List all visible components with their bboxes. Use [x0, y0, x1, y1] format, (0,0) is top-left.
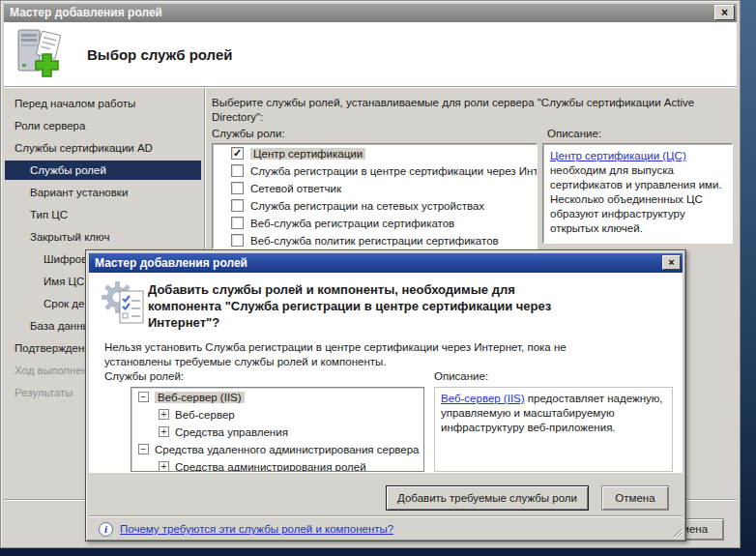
why-required-link[interactable]: Почему требуются эти службы ролей и комп… [120, 523, 393, 535]
dialog-footer-divider [89, 515, 683, 517]
tree-row[interactable]: + Веб-сервер [131, 406, 423, 423]
tree-label: Веб-сервер (IIS) [155, 392, 245, 403]
sidebar-item-ca-type[interactable]: Тип ЦС [1, 205, 201, 224]
role-services-list[interactable]: ✓ Центр сертификации Служба регистрации … [212, 143, 538, 249]
checkbox-checked-icon[interactable]: ✓ [231, 147, 244, 160]
add-required-role-services-button[interactable]: Добавить требуемые службы роли [386, 485, 589, 511]
sidebar-item-setup-type[interactable]: Вариант установки [1, 183, 201, 202]
dialog-heading: Добавить службы ролей и компоненты, необ… [148, 281, 568, 331]
tree-label: Средства удаленного администрирования се… [155, 444, 419, 455]
tree-label: Средства управления [175, 426, 288, 438]
resize-grip[interactable] [670, 525, 683, 538]
dialog-description-label: Описание: [434, 370, 488, 382]
role-service-row[interactable]: Веб-служба политик регистрации сертифика… [213, 232, 537, 249]
tree-row[interactable]: − Веб-сервер (IIS) [131, 389, 423, 405]
sidebar-item-private-key[interactable]: Закрытый ключ [1, 227, 201, 247]
sidebar-item-ad-cert-services[interactable]: Службы сертификации AD [1, 138, 201, 158]
role-service-label: Веб-служба регистрации сертификатов [250, 218, 454, 229]
role-service-row[interactable]: Служба регистрации на сетевых устройства… [213, 197, 537, 214]
page-title: Выбор служб ролей [87, 46, 233, 63]
tree-label: Средства администрирования ролей [175, 461, 366, 473]
description-text: необходим для выпуска сертификатов и упр… [550, 164, 722, 234]
checkbox-icon[interactable] [231, 182, 244, 194]
window-titlebar[interactable]: Мастер добавления ролей × [4, 4, 737, 22]
role-service-row[interactable]: Служба регистрации в центре сертификации… [213, 162, 537, 179]
required-role-services-dialog: Мастер добавления ролей × [85, 249, 686, 541]
tree-row[interactable]: − Средства удаленного администрирования … [131, 441, 423, 457]
expand-icon[interactable]: + [159, 461, 169, 472]
dialog-cancel-button[interactable]: Отмена [601, 485, 669, 511]
checkbox-icon[interactable] [231, 164, 244, 177]
dialog-titlebar[interactable]: Мастер добавления ролей × [89, 253, 683, 273]
tree-row[interactable]: + Средства управления [131, 424, 423, 440]
dialog-description-panel: Веб-сервер (IIS) предоставляет надежную,… [434, 387, 673, 472]
close-icon[interactable]: × [714, 5, 735, 20]
dialog-role-services-label: Службы ролей: [104, 370, 184, 382]
page-intro-text: Выберите службы ролей, устанавливаемые д… [212, 96, 714, 125]
role-service-row[interactable]: Сетевой ответчик [213, 180, 537, 196]
checkbox-icon[interactable] [231, 217, 244, 229]
wizard-header: Выбор служб ролей [4, 22, 737, 86]
info-icon: i [99, 522, 113, 537]
required-services-tree[interactable]: − Веб-сервер (IIS) + Веб-сервер + Средст… [131, 387, 424, 472]
role-service-label: Служба регистрации на сетевых устройства… [250, 200, 484, 212]
role-service-label: Сетевой ответчик [250, 183, 341, 194]
role-service-label: Служба регистрации в центре сертификации… [250, 165, 538, 177]
role-services-list-label: Службы роли: [212, 128, 285, 139]
expand-icon[interactable]: + [159, 409, 169, 420]
gear-checklist-icon [101, 280, 147, 327]
role-service-row[interactable]: Веб-служба регистрации сертификатов [213, 215, 537, 231]
tree-row[interactable]: + Средства администрирования ролей [131, 458, 423, 472]
server-add-roles-icon [13, 28, 65, 80]
dialog-body: Добавить службы ролей и компоненты, необ… [89, 273, 683, 473]
role-service-row[interactable]: ✓ Центр сертификации [213, 145, 537, 161]
role-service-label: Веб-служба политик регистрации сертифика… [250, 235, 499, 247]
dialog-title: Мастер добавления ролей [95, 256, 247, 270]
dialog-description-link[interactable]: Веб-сервер (IIS) [441, 393, 525, 404]
sidebar-item-role-services[interactable]: Службы ролей [5, 161, 201, 180]
expand-icon[interactable]: + [159, 426, 169, 437]
tree-label: Веб-сервер [175, 409, 235, 421]
sidebar-item-before-you-begin[interactable]: Перед началом работы [1, 94, 201, 113]
description-label: Описание: [547, 128, 601, 139]
close-icon[interactable]: × [662, 255, 681, 270]
checkbox-icon[interactable] [231, 199, 244, 212]
role-service-label: Центр сертификации [250, 148, 365, 160]
dialog-body-text: Нельзя установить Служба регистрации в ц… [104, 340, 588, 369]
description-panel: Центр сертификации (ЦС) необходим для вы… [542, 143, 733, 244]
sidebar-item-server-roles[interactable]: Роли сервера [1, 116, 201, 135]
collapse-icon[interactable]: − [138, 392, 149, 402]
checkbox-icon[interactable] [231, 234, 244, 247]
description-link[interactable]: Центр сертификации (ЦС) [550, 150, 686, 161]
desktop-background: Мастер добавления ролей × Выбор служб ро… [0, 0, 756, 556]
collapse-icon[interactable]: − [138, 444, 149, 454]
window-title: Мастер добавления ролей [10, 6, 162, 19]
